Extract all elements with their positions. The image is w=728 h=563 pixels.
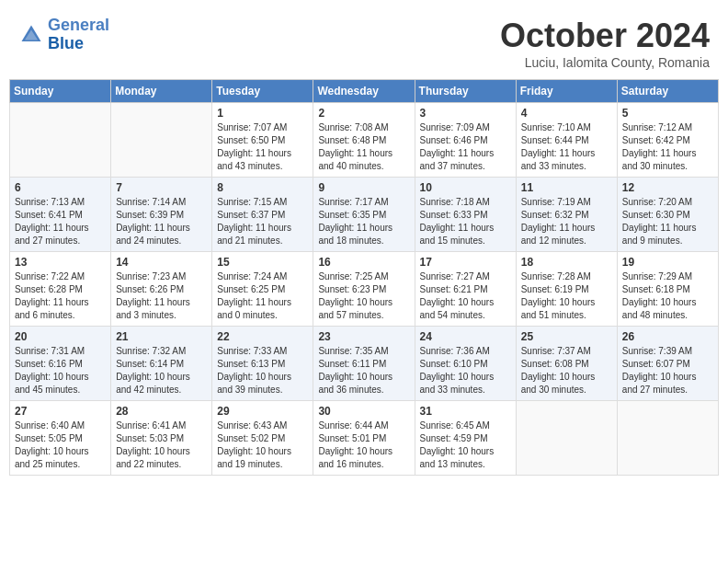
page-header: General Blue October 2024 Luciu, Ialomit… (9, 9, 719, 74)
calendar-week-row: 1Sunrise: 7:07 AM Sunset: 6:50 PM Daylig… (10, 103, 719, 178)
calendar-cell: 23Sunrise: 7:35 AM Sunset: 6:11 PM Dayli… (313, 327, 415, 401)
day-detail: Sunrise: 6:40 AM Sunset: 5:05 PM Dayligh… (15, 419, 106, 471)
calendar-cell: 28Sunrise: 6:41 AM Sunset: 5:03 PM Dayli… (111, 401, 212, 476)
calendar-cell: 15Sunrise: 7:24 AM Sunset: 6:25 PM Dayli… (212, 252, 313, 327)
logo-icon (18, 22, 44, 48)
day-number: 16 (318, 256, 409, 269)
day-number: 21 (116, 330, 207, 343)
day-detail: Sunrise: 7:15 AM Sunset: 6:37 PM Dayligh… (217, 196, 308, 247)
calendar-cell: 21Sunrise: 7:32 AM Sunset: 6:14 PM Dayli… (111, 327, 212, 401)
day-detail: Sunrise: 7:10 AM Sunset: 6:44 PM Dayligh… (521, 121, 612, 173)
day-number: 29 (217, 405, 308, 418)
calendar-week-row: 6Sunrise: 7:13 AM Sunset: 6:41 PM Daylig… (10, 178, 719, 252)
day-detail: Sunrise: 7:17 AM Sunset: 6:35 PM Dayligh… (318, 196, 409, 247)
calendar-cell: 6Sunrise: 7:13 AM Sunset: 6:41 PM Daylig… (10, 178, 111, 252)
day-detail: Sunrise: 7:19 AM Sunset: 6:32 PM Dayligh… (521, 196, 612, 247)
calendar-week-row: 13Sunrise: 7:22 AM Sunset: 6:28 PM Dayli… (10, 252, 719, 327)
day-detail: Sunrise: 7:07 AM Sunset: 6:50 PM Dayligh… (217, 121, 308, 173)
day-number: 4 (521, 107, 612, 120)
weekday-header: Thursday (415, 80, 516, 103)
weekday-header: Friday (516, 80, 617, 103)
day-number: 24 (420, 330, 511, 343)
day-number: 17 (420, 256, 511, 269)
weekday-header: Tuesday (212, 80, 313, 103)
day-number: 5 (622, 107, 713, 120)
day-detail: Sunrise: 6:45 AM Sunset: 4:59 PM Dayligh… (420, 419, 511, 471)
day-detail: Sunrise: 7:37 AM Sunset: 6:08 PM Dayligh… (521, 345, 612, 396)
day-detail: Sunrise: 6:41 AM Sunset: 5:03 PM Dayligh… (116, 419, 207, 471)
day-detail: Sunrise: 7:14 AM Sunset: 6:39 PM Dayligh… (116, 196, 207, 247)
calendar-cell: 12Sunrise: 7:20 AM Sunset: 6:30 PM Dayli… (617, 178, 718, 252)
calendar-cell: 29Sunrise: 6:43 AM Sunset: 5:02 PM Dayli… (212, 401, 313, 476)
calendar-cell: 26Sunrise: 7:39 AM Sunset: 6:07 PM Dayli… (617, 327, 718, 401)
day-number: 30 (318, 405, 409, 418)
day-number: 10 (420, 181, 511, 194)
day-detail: Sunrise: 7:29 AM Sunset: 6:18 PM Dayligh… (622, 270, 713, 322)
calendar-table: SundayMondayTuesdayWednesdayThursdayFrid… (9, 79, 719, 476)
day-number: 1 (217, 107, 308, 120)
day-number: 15 (217, 256, 308, 269)
calendar-cell: 13Sunrise: 7:22 AM Sunset: 6:28 PM Dayli… (10, 252, 111, 327)
calendar-cell: 2Sunrise: 7:08 AM Sunset: 6:48 PM Daylig… (313, 103, 415, 178)
calendar-cell: 14Sunrise: 7:23 AM Sunset: 6:26 PM Dayli… (111, 252, 212, 327)
day-number: 25 (521, 330, 612, 343)
calendar-cell: 4Sunrise: 7:10 AM Sunset: 6:44 PM Daylig… (516, 103, 617, 178)
weekday-header: Saturday (617, 80, 718, 103)
calendar-cell: 7Sunrise: 7:14 AM Sunset: 6:39 PM Daylig… (111, 178, 212, 252)
day-number: 7 (116, 181, 207, 194)
day-number: 20 (15, 330, 106, 343)
calendar-week-row: 20Sunrise: 7:31 AM Sunset: 6:16 PM Dayli… (10, 327, 719, 401)
day-number: 13 (15, 256, 106, 269)
day-detail: Sunrise: 7:25 AM Sunset: 6:23 PM Dayligh… (318, 270, 409, 322)
day-number: 12 (622, 181, 713, 194)
day-number: 27 (15, 405, 106, 418)
day-detail: Sunrise: 7:27 AM Sunset: 6:21 PM Dayligh… (420, 270, 511, 322)
weekday-header-row: SundayMondayTuesdayWednesdayThursdayFrid… (10, 80, 719, 103)
day-detail: Sunrise: 7:32 AM Sunset: 6:14 PM Dayligh… (116, 345, 207, 396)
day-detail: Sunrise: 7:31 AM Sunset: 6:16 PM Dayligh… (15, 345, 106, 396)
calendar-week-row: 27Sunrise: 6:40 AM Sunset: 5:05 PM Dayli… (10, 401, 719, 476)
day-detail: Sunrise: 7:18 AM Sunset: 6:33 PM Dayligh… (420, 196, 511, 247)
calendar-cell: 11Sunrise: 7:19 AM Sunset: 6:32 PM Dayli… (516, 178, 617, 252)
day-number: 23 (318, 330, 409, 343)
calendar-cell: 19Sunrise: 7:29 AM Sunset: 6:18 PM Dayli… (617, 252, 718, 327)
day-detail: Sunrise: 7:22 AM Sunset: 6:28 PM Dayligh… (15, 270, 106, 322)
weekday-header: Monday (111, 80, 212, 103)
calendar-cell: 10Sunrise: 7:18 AM Sunset: 6:33 PM Dayli… (415, 178, 516, 252)
calendar-cell (516, 401, 617, 476)
day-number: 14 (116, 256, 207, 269)
calendar-cell: 9Sunrise: 7:17 AM Sunset: 6:35 PM Daylig… (313, 178, 415, 252)
day-number: 6 (15, 181, 106, 194)
day-detail: Sunrise: 7:23 AM Sunset: 6:26 PM Dayligh… (116, 270, 207, 322)
day-number: 11 (521, 181, 612, 194)
day-detail: Sunrise: 7:09 AM Sunset: 6:46 PM Dayligh… (420, 121, 511, 173)
weekday-header: Sunday (10, 80, 111, 103)
calendar-cell: 22Sunrise: 7:33 AM Sunset: 6:13 PM Dayli… (212, 327, 313, 401)
month-title: October 2024 (500, 17, 710, 55)
calendar-cell: 5Sunrise: 7:12 AM Sunset: 6:42 PM Daylig… (617, 103, 718, 178)
day-number: 31 (420, 405, 511, 418)
day-number: 8 (217, 181, 308, 194)
day-number: 3 (420, 107, 511, 120)
day-number: 26 (622, 330, 713, 343)
calendar-cell: 30Sunrise: 6:44 AM Sunset: 5:01 PM Dayli… (313, 401, 415, 476)
day-detail: Sunrise: 7:35 AM Sunset: 6:11 PM Dayligh… (318, 345, 409, 396)
day-detail: Sunrise: 7:28 AM Sunset: 6:19 PM Dayligh… (521, 270, 612, 322)
day-number: 2 (318, 107, 409, 120)
day-detail: Sunrise: 7:13 AM Sunset: 6:41 PM Dayligh… (15, 196, 106, 247)
calendar-cell: 8Sunrise: 7:15 AM Sunset: 6:37 PM Daylig… (212, 178, 313, 252)
day-detail: Sunrise: 7:20 AM Sunset: 6:30 PM Dayligh… (622, 196, 713, 247)
day-number: 19 (622, 256, 713, 269)
day-detail: Sunrise: 7:08 AM Sunset: 6:48 PM Dayligh… (318, 121, 409, 173)
calendar-cell: 1Sunrise: 7:07 AM Sunset: 6:50 PM Daylig… (212, 103, 313, 178)
day-number: 28 (116, 405, 207, 418)
day-detail: Sunrise: 7:39 AM Sunset: 6:07 PM Dayligh… (622, 345, 713, 396)
day-detail: Sunrise: 7:24 AM Sunset: 6:25 PM Dayligh… (217, 270, 308, 322)
location: Luciu, Ialomita County, Romania (500, 55, 710, 70)
day-number: 9 (318, 181, 409, 194)
day-number: 22 (217, 330, 308, 343)
day-detail: Sunrise: 6:43 AM Sunset: 5:02 PM Dayligh… (217, 419, 308, 471)
calendar-cell: 24Sunrise: 7:36 AM Sunset: 6:10 PM Dayli… (415, 327, 516, 401)
day-detail: Sunrise: 7:12 AM Sunset: 6:42 PM Dayligh… (622, 121, 713, 173)
calendar-cell: 27Sunrise: 6:40 AM Sunset: 5:05 PM Dayli… (10, 401, 111, 476)
